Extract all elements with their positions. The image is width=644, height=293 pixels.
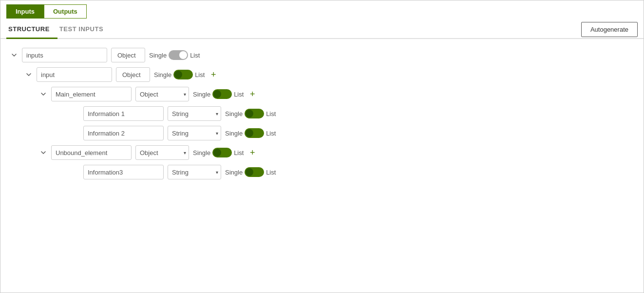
information3-toggle-group: Single List [225,167,276,177]
inputs-toggle-knob [179,51,187,59]
outputs-tab[interactable]: Outputs [44,4,87,19]
sub-tab-bar: STRUCTURE TEST INPUTS Autogenerate [0,20,644,39]
information3-toggle-knob [246,168,253,176]
information1-name-field[interactable] [83,106,164,121]
app-container: Inputs Outputs STRUCTURE TEST INPUTS Aut… [0,0,644,293]
unbound-element-single-label: Single [193,149,210,156]
information2-type-select[interactable]: String Object Number Boolean [168,126,221,140]
information2-single-label: Single [225,130,243,137]
input-name-field[interactable] [37,67,112,82]
main-element-toggle-group: Single List [193,89,244,99]
inputs-list-label: List [190,52,200,59]
unbound-element-add-button[interactable]: + [247,148,257,157]
autogenerate-button[interactable]: Autogenerate [581,22,638,37]
information1-row: String Object Number Boolean ▾ Single Li… [83,106,634,121]
information3-toggle[interactable] [245,167,264,177]
input-toggle[interactable] [173,70,193,79]
input-toggle-knob [174,71,182,78]
information3-name-field[interactable] [83,165,164,179]
information2-type-wrapper: String Object Number Boolean ▾ [168,126,221,140]
input-chevron[interactable] [25,71,33,78]
unbound-element-toggle-knob [213,149,221,156]
information1-list-label: List [266,110,276,117]
unbound-element-list-label: List [234,149,244,156]
main-element-add-button[interactable]: + [247,89,257,99]
information1-toggle-knob [246,110,253,117]
inputs-type-label: Object [111,48,145,62]
information2-toggle-group: Single List [225,128,276,138]
main-element-name-field[interactable] [51,87,132,101]
main-element-single-label: Single [193,91,210,98]
unbound-element-toggle-group: Single List [193,148,244,157]
information3-type-wrapper: String Object Number Boolean ▾ [168,165,221,179]
inputs-toggle[interactable] [169,50,188,60]
information2-row: String Object Number Boolean ▾ Single Li… [83,126,634,140]
unbound-element-row: Object String Number Boolean ▾ Single Li… [39,145,634,160]
main-element-row: Object String Number Boolean ▾ Single Li… [39,87,634,101]
information1-type-select[interactable]: String Object Number Boolean [168,106,221,121]
input-row: Object Single List + [25,67,634,82]
inputs-single-label: Single [149,52,167,59]
input-type-label: Object [116,67,150,82]
test-inputs-tab[interactable]: TEST INPUTS [57,20,111,39]
main-element-type-wrapper: Object String Number Boolean ▾ [135,87,189,101]
main-content: Object Single List Object Single [0,39,644,193]
information2-name-field[interactable] [83,126,164,140]
inputs-row: Object Single List [10,48,634,62]
structure-tab[interactable]: STRUCTURE [6,20,57,39]
input-toggle-group: Single List [154,70,205,79]
main-element-list-label: List [234,91,244,98]
input-add-button[interactable]: + [208,70,218,79]
unbound-element-chevron[interactable] [39,149,47,156]
inputs-chevron[interactable] [10,51,18,59]
unbound-element-type-select[interactable]: Object String Number Boolean [135,145,189,160]
information1-toggle-group: Single List [225,109,276,118]
information3-row: String Object Number Boolean ▾ Single Li… [83,165,634,179]
unbound-element-type-wrapper: Object String Number Boolean ▾ [135,145,189,160]
main-element-toggle-knob [213,90,221,98]
inputs-tab[interactable]: Inputs [6,4,44,19]
unbound-element-toggle[interactable] [212,148,232,157]
top-tab-bar: Inputs Outputs [0,0,644,19]
main-element-type-select[interactable]: Object String Number Boolean [135,87,189,101]
input-single-label: Single [154,71,171,78]
information3-list-label: List [266,169,276,176]
information1-toggle[interactable] [245,109,264,118]
main-element-toggle[interactable] [212,89,232,99]
information3-type-select[interactable]: String Object Number Boolean [168,165,221,179]
main-element-chevron[interactable] [39,90,47,98]
information2-toggle[interactable] [245,128,264,138]
input-list-label: List [195,71,205,78]
inputs-name-field[interactable] [22,48,107,62]
information1-single-label: Single [225,110,243,117]
information1-type-wrapper: String Object Number Boolean ▾ [168,106,221,121]
information3-single-label: Single [225,169,243,176]
information2-list-label: List [266,130,276,137]
unbound-element-name-field[interactable] [51,145,132,160]
information2-toggle-knob [246,129,253,137]
inputs-toggle-group: Single List [149,50,200,60]
